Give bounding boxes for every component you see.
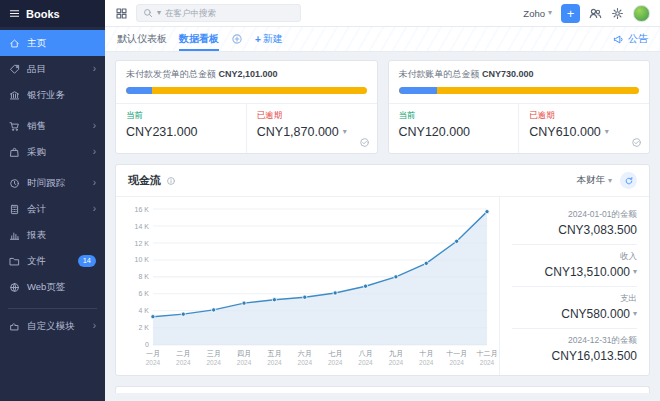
tab-default-dashboard[interactable]: 默认仪表板 (117, 27, 167, 51)
sidebar-divider (8, 308, 97, 309)
receivables-values: 当前 CNY231.000 已逾期 CNY1,870.000 (116, 103, 377, 153)
cashflow-body: 02 K4 K6 K8 K10 K12 K14 K16 K一月2024二月202… (116, 197, 649, 375)
payables-title-label: 未付款账单的总金额 (399, 69, 480, 79)
topbar-actions: Zoho (523, 4, 650, 23)
svg-text:2024: 2024 (358, 359, 373, 366)
check-icon[interactable] (359, 137, 370, 148)
announcements-button[interactable]: 公告 (613, 32, 648, 46)
sidebar-item-custom-modules[interactable]: 自定义模块 (0, 313, 105, 339)
app-title: Books (26, 8, 60, 20)
cashflow-chart[interactable]: 02 K4 K6 K8 K10 K12 K14 K16 K一月2024二月202… (120, 201, 497, 375)
org-selector[interactable]: Zoho (523, 8, 552, 19)
bag-icon (9, 147, 20, 158)
sidebar-item-banking[interactable]: 银行业务 (0, 82, 105, 108)
tab-label: 数据看板 (179, 32, 219, 46)
chevron-down-icon (343, 128, 347, 136)
globe-icon (9, 282, 20, 293)
dashboard-content: 未付款发货单的总金额 CNY2,101.000 当前 CNY231.000 已逾… (105, 52, 660, 401)
info-icon[interactable] (166, 176, 176, 186)
cart-icon (9, 121, 20, 132)
income-row: 收入 CNY13,510.000 (512, 245, 637, 287)
sidebar-item-reports[interactable]: 报表 (0, 222, 105, 248)
current-label: 当前 (126, 110, 236, 122)
gear-icon[interactable] (611, 7, 624, 20)
svg-text:八月: 八月 (359, 350, 373, 358)
svg-text:三月: 三月 (207, 350, 221, 358)
topbar: Zoho (105, 0, 660, 27)
chevron-right-icon (93, 64, 96, 74)
svg-text:14 K: 14 K (135, 223, 150, 230)
sidebar-item-documents[interactable]: 文件 14 (0, 248, 105, 274)
sidebar-item-label: 销售 (27, 120, 46, 133)
app-logo[interactable]: Books (0, 0, 105, 27)
opening-balance-value: CNY3,083.500 (512, 223, 637, 237)
folder-icon (9, 256, 20, 267)
svg-text:2024: 2024 (419, 359, 434, 366)
search-input[interactable] (165, 8, 294, 18)
puzzle-icon (9, 321, 20, 332)
tab-data-dashboard[interactable]: 数据看板 (179, 27, 219, 51)
sidebar: Books 主页 品目 银行业务 销售 采购 时间跟踪 (0, 0, 105, 401)
avatar[interactable] (633, 5, 650, 22)
svg-text:四月: 四月 (237, 350, 251, 358)
sidebar-item-label: 自定义模块 (27, 320, 75, 333)
sidebar-item-home[interactable]: 主页 (0, 30, 105, 56)
payables-progress-bar (399, 87, 640, 94)
opening-balance-row: 2024-01-01的金额 CNY3,083.500 (512, 203, 637, 245)
add-dashboard-icon[interactable] (231, 33, 243, 45)
chevron-right-icon (93, 121, 96, 131)
receivables-card: 未付款发货单的总金额 CNY2,101.000 当前 CNY231.000 已逾… (115, 60, 378, 154)
cashflow-card: 现金流 本财年 02 K4 K6 K8 K10 K12 K14 K16 K一 (115, 164, 650, 376)
svg-text:2024: 2024 (267, 359, 282, 366)
calculator-icon (9, 204, 20, 215)
svg-text:6 K: 6 K (138, 290, 149, 297)
users-icon[interactable] (589, 7, 602, 20)
current-label: 当前 (399, 110, 509, 122)
svg-text:0: 0 (145, 341, 149, 348)
refresh-icon (624, 176, 634, 186)
sidebar-item-sales[interactable]: 销售 (0, 113, 105, 139)
search-scope-caret-icon[interactable] (157, 9, 161, 17)
svg-text:2024: 2024 (206, 359, 221, 366)
apps-grid-icon[interactable] (115, 7, 128, 20)
income-value-dropdown[interactable]: CNY13,510.000 (512, 265, 637, 279)
global-search[interactable] (136, 4, 301, 22)
chevron-down-icon (608, 177, 612, 185)
overdue-value-dropdown[interactable]: CNY1,870.000 (257, 125, 367, 139)
sidebar-item-web-tabs[interactable]: Web页签 (0, 274, 105, 300)
sidebar-item-accountant[interactable]: 会计 (0, 196, 105, 222)
svg-text:2024: 2024 (480, 359, 495, 366)
quick-create-button[interactable] (561, 4, 580, 23)
receivables-title: 未付款发货单的总金额 CNY2,101.000 (116, 61, 377, 86)
sidebar-item-label: 报表 (27, 229, 46, 242)
receivables-current-cell: 当前 CNY231.000 (116, 104, 246, 153)
cashflow-title: 现金流 (128, 173, 161, 188)
chevron-right-icon (93, 204, 96, 214)
overdue-value-dropdown[interactable]: CNY610.000 (529, 125, 639, 139)
closing-balance-label: 2024-12-31的金额 (512, 335, 637, 347)
svg-text:十一月: 十一月 (446, 350, 467, 358)
refresh-button[interactable] (620, 172, 637, 189)
payables-total-amount: CNY730.000 (482, 69, 534, 79)
clock-icon (9, 178, 20, 189)
new-button[interactable]: 新建 (255, 32, 283, 46)
sidebar-item-items[interactable]: 品目 (0, 56, 105, 82)
expense-row: 支出 CNY580.000 (512, 287, 637, 329)
svg-text:十月: 十月 (419, 350, 433, 358)
expense-value-dropdown[interactable]: CNY580.000 (512, 307, 637, 321)
period-selector[interactable]: 本财年 (576, 174, 612, 187)
chevron-down-icon (548, 9, 552, 17)
svg-text:2024: 2024 (176, 359, 191, 366)
check-icon[interactable] (631, 137, 642, 148)
bank-icon (9, 90, 20, 101)
stat-cards-row: 未付款发货单的总金额 CNY2,101.000 当前 CNY231.000 已逾… (115, 60, 650, 154)
cashflow-chart-area: 02 K4 K6 K8 K10 K12 K14 K16 K一月2024二月202… (116, 197, 499, 375)
receivables-total-amount: CNY2,101.000 (219, 69, 278, 79)
sidebar-item-time-tracking[interactable]: 时间跟踪 (0, 170, 105, 196)
svg-text:十二月: 十二月 (477, 350, 497, 358)
svg-text:2024: 2024 (146, 359, 161, 366)
svg-text:五月: 五月 (267, 350, 281, 358)
sidebar-item-label: 主页 (27, 37, 46, 50)
sidebar-item-purchases[interactable]: 采购 (0, 139, 105, 165)
home-icon (9, 38, 20, 49)
